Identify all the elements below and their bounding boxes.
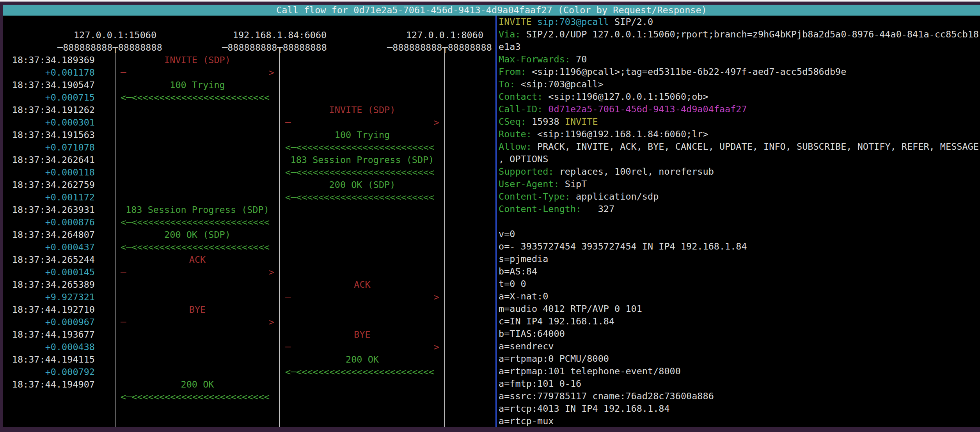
sip-detail-line: b=AS:84 — [499, 265, 980, 278]
sip-detail-line: a=sendrecv — [499, 340, 980, 352]
sip-detail-segment: a=rtpmap:0 PCMU/8000 — [499, 353, 609, 364]
sip-detail-segment: 70 — [570, 54, 587, 65]
sip-detail-line: Content-Type: application/sdp — [499, 190, 980, 203]
sip-detail-line: m=audio 4012 RTP/AVP 0 101 — [499, 303, 980, 315]
sip-detail-line: c=IN IP4 192.168.1.84 — [499, 315, 980, 328]
sip-detail-segment: a=sendrecv — [499, 341, 554, 352]
sip-detail-segment: INVITE — [499, 16, 532, 27]
sip-message-detail-panel: INVITE sip:703@pcall SIP/2.0Via: SIP/2.0… — [0, 0, 980, 432]
sip-detail-line: , OPTIONS — [499, 153, 980, 165]
sip-detail-segment: <sip:703@pcall> — [515, 79, 603, 90]
sip-detail-segment: application/sdp — [570, 191, 659, 202]
sip-detail-line: a=rtcp-mux — [499, 415, 980, 427]
sip-detail-segment: Via: — [499, 29, 521, 40]
sip-detail-segment: v=0 — [499, 228, 515, 239]
sip-detail-line: e1a3 — [499, 41, 980, 53]
sip-detail-segment: , OPTIONS — [499, 154, 548, 165]
sip-detail-segment: <sip:1196@192.168.1.84:6060;lr> — [532, 129, 708, 140]
sip-detail-segment: Max-Forwards: — [499, 54, 570, 65]
sip-detail-line: s=pjmedia — [499, 253, 980, 265]
sip-detail-segment: <sip:1196@pcall>;tag=ed5311be-6b22-497f-… — [526, 66, 847, 77]
sip-detail-segment: replaces, 100rel, norefersub — [554, 166, 714, 177]
sip-detail-line: INVITE sip:703@pcall SIP/2.0 — [499, 16, 980, 28]
sip-detail-line: Supported: replaces, 100rel, norefersub — [499, 165, 980, 178]
sngrep-call-flow-window: Call flow for 0d71e2a5-7061-456d-9413-4d… — [0, 0, 980, 432]
sip-detail-segment: a=ssrc:779785117 cname:76ad28c73600a886 — [499, 391, 714, 402]
sip-detail-line: Route: <sip:1196@192.168.1.84:6060;lr> — [499, 128, 980, 140]
sip-detail-segment: To: — [499, 79, 515, 90]
sip-detail-segment: a=rtpmap:101 telephone-event/8000 — [499, 366, 681, 377]
sip-detail-segment: Call-ID: — [499, 104, 543, 115]
sip-detail-line: a=ssrc:779785117 cname:76ad28c73600a886 — [499, 390, 980, 402]
sip-detail-segment: Supported: — [499, 166, 554, 177]
sip-detail-line: b=TIAS:64000 — [499, 328, 980, 340]
sip-detail-segment: Contact: — [499, 91, 543, 102]
sip-detail-segment: SipT — [559, 179, 587, 189]
sip-detail-segment: CSeq: — [499, 116, 526, 127]
sip-detail-segment: s=pjmedia — [499, 253, 548, 264]
sip-detail-segment: SIP/2.0 — [609, 16, 653, 27]
sip-detail-line: Contact: <sip:1196@127.0.0.1:15060;ob> — [499, 90, 980, 103]
sip-detail-line: a=rtpmap:101 telephone-event/8000 — [499, 365, 980, 377]
sip-detail-line: a=fmtp:101 0-16 — [499, 377, 980, 390]
sip-detail-line: Call-ID: 0d71e2a5-7061-456d-9413-4d9a04f… — [499, 103, 980, 115]
sip-detail-line: Content-Length: 327 — [499, 203, 980, 215]
sip-detail-segment: Content-Length: — [499, 204, 581, 214]
sip-detail-line: To: <sip:703@pcall> — [499, 78, 980, 90]
sip-detail-line: Max-Forwards: 70 — [499, 53, 980, 66]
sip-detail-segment: sip:703@pcall — [532, 16, 609, 27]
sip-detail-segment: 0d71e2a5-7061-456d-9413-4d9a04faaf27 — [543, 104, 747, 115]
sip-detail-segment: Route: — [499, 129, 532, 140]
sip-detail-segment: 327 — [581, 204, 614, 214]
sip-detail-segment: e1a3 — [499, 41, 521, 52]
sip-detail-line: CSeq: 15938 INVITE — [499, 115, 980, 128]
sip-detail-segment: a=X-nat:0 — [499, 291, 548, 302]
sip-detail-segment: a=rtcp:4013 IN IP4 192.168.1.84 — [499, 403, 670, 414]
sip-detail-segment: <sip:1196@127.0.0.1:15060;ob> — [543, 91, 708, 102]
sip-detail-segment: b=AS:84 — [499, 266, 537, 277]
sip-detail-line: From: <sip:1196@pcall>;tag=ed5311be-6b22… — [499, 66, 980, 78]
sip-detail-segment: PRACK, INVITE, ACK, BYE, CANCEL, UPDATE,… — [532, 141, 979, 152]
sip-detail-segment: Allow: — [499, 141, 532, 152]
sip-detail-segment: SIP/2.0/UDP 127.0.0.1:15060;rport;branch… — [521, 29, 979, 40]
sip-detail-line: v=0 — [499, 228, 980, 240]
sip-detail-segment: INVITE — [565, 116, 598, 127]
sip-detail-segment: t=0 0 — [499, 278, 526, 289]
sip-detail-segment: Content-Type: — [499, 191, 570, 202]
sip-detail-line — [499, 215, 980, 228]
sip-detail-line: a=X-nat:0 — [499, 290, 980, 303]
sip-detail-segment: m=audio 4012 RTP/AVP 0 101 — [499, 303, 642, 314]
sip-detail-segment: o=- 3935727454 3935727454 IN IP4 192.168… — [499, 241, 747, 252]
sip-detail-line: User-Agent: SipT — [499, 178, 980, 190]
sip-detail-segment: User-Agent: — [499, 179, 559, 189]
sip-detail-line: a=rtpmap:0 PCMU/8000 — [499, 352, 980, 365]
sip-detail-segment: 15938 — [526, 116, 565, 127]
sip-detail-line: Via: SIP/2.0/UDP 127.0.0.1:15060;rport;b… — [499, 28, 980, 41]
sip-detail-segment: a=rtcp-mux — [499, 416, 554, 427]
sip-detail-segment: a=fmtp:101 0-16 — [499, 378, 581, 389]
sip-detail-segment: b=TIAS:64000 — [499, 328, 565, 339]
sip-detail-segment: c=IN IP4 192.168.1.84 — [499, 316, 614, 327]
sip-detail-line: a=rtcp:4013 IN IP4 192.168.1.84 — [499, 402, 980, 415]
sip-detail-segment: From: — [499, 66, 526, 77]
sip-detail-line: Allow: PRACK, INVITE, ACK, BYE, CANCEL, … — [499, 140, 980, 153]
sip-detail-line: o=- 3935727454 3935727454 IN IP4 192.168… — [499, 240, 980, 253]
sip-detail-line: t=0 0 — [499, 278, 980, 290]
